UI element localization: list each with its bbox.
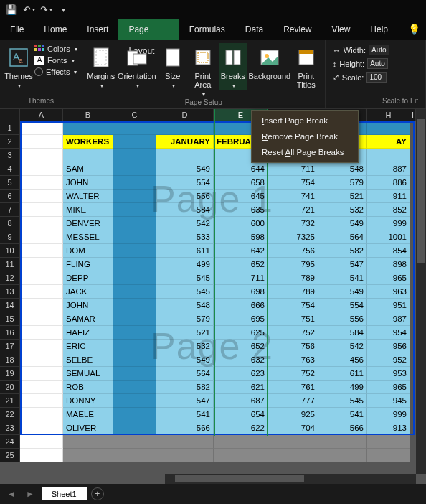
row-header-1[interactable]: 1 <box>0 121 20 135</box>
cell[interactable]: 582 <box>156 381 214 394</box>
cell[interactable]: JOHN <box>63 299 113 312</box>
cell[interactable] <box>113 353 156 367</box>
insert-page-break-item[interactable]: Insert Page Break <box>252 113 358 129</box>
horizontal-scrollbar[interactable] <box>165 474 416 484</box>
cell[interactable]: 584 <box>156 203 214 217</box>
cell[interactable] <box>113 421 156 435</box>
cell[interactable]: 652 <box>214 340 268 353</box>
cell[interactable] <box>20 244 63 258</box>
cell[interactable]: 913 <box>367 421 410 435</box>
fonts-button[interactable]: AFonts▾ <box>34 56 77 65</box>
cell[interactable]: 644 <box>214 162 268 176</box>
cell[interactable]: 542 <box>156 217 214 230</box>
cell[interactable]: 898 <box>367 258 410 271</box>
cell[interactable]: 963 <box>367 285 410 299</box>
cell[interactable] <box>113 190 156 203</box>
cell[interactable] <box>20 394 63 408</box>
cell[interactable] <box>113 435 156 449</box>
row-header-3[interactable]: 3 <box>0 149 20 162</box>
column-header-B[interactable]: B <box>63 109 113 121</box>
cell[interactable] <box>113 299 156 312</box>
cell[interactable] <box>367 435 410 449</box>
column-header-D[interactable]: D <box>156 109 214 121</box>
cell[interactable]: 566 <box>156 421 214 435</box>
cell[interactable]: 456 <box>318 353 367 367</box>
cell[interactable]: 777 <box>268 394 318 408</box>
cell[interactable] <box>268 449 318 462</box>
cell[interactable] <box>156 435 214 449</box>
row-header-13[interactable]: 13 <box>0 285 20 299</box>
cell[interactable] <box>20 312 63 326</box>
cell[interactable]: 698 <box>214 285 268 299</box>
cell[interactable]: SELBE <box>63 353 113 367</box>
cell[interactable]: 642 <box>214 244 268 258</box>
row-header-21[interactable]: 21 <box>0 394 20 408</box>
row-header-6[interactable]: 6 <box>0 190 20 203</box>
cell[interactable]: 911 <box>367 190 410 203</box>
cell[interactable] <box>20 435 63 449</box>
cell[interactable]: 953 <box>367 367 410 381</box>
cell[interactable]: SEMUAL <box>63 367 113 381</box>
margins-button[interactable]: Margins▾ <box>87 43 115 90</box>
size-button[interactable]: Size▾ <box>158 43 187 90</box>
cell[interactable] <box>20 367 63 381</box>
cell[interactable] <box>113 408 156 421</box>
cell[interactable] <box>367 121 410 135</box>
cell[interactable] <box>113 312 156 326</box>
cell[interactable] <box>20 299 63 312</box>
cell[interactable]: 956 <box>367 340 410 353</box>
cell[interactable]: 611 <box>156 244 214 258</box>
cell[interactable]: 632 <box>214 353 268 367</box>
cell[interactable]: MIKE <box>63 203 113 217</box>
cell[interactable]: 541 <box>318 408 367 421</box>
cell[interactable] <box>113 203 156 217</box>
cell[interactable] <box>63 121 113 135</box>
cell[interactable] <box>367 149 410 162</box>
cell-grid[interactable]: WORKERSJANUARYFEBRUARAYSAM54964471154888… <box>20 121 410 462</box>
scale-scale-row[interactable]: ⤢Scale:100 <box>333 72 389 83</box>
cell[interactable] <box>20 326 63 340</box>
tab-file[interactable]: File <box>0 19 34 40</box>
cell[interactable]: 945 <box>367 394 410 408</box>
reset-all-page-breaks-item[interactable]: Reset All Page Breaks <box>252 144 358 160</box>
cell[interactable]: 556 <box>156 190 214 203</box>
cell[interactable]: 545 <box>318 394 367 408</box>
row-header-17[interactable]: 17 <box>0 340 20 353</box>
cell[interactable] <box>20 258 63 271</box>
cell[interactable] <box>113 394 156 408</box>
cell[interactable]: 532 <box>156 340 214 353</box>
row-header-5[interactable]: 5 <box>0 176 20 190</box>
cell[interactable] <box>156 121 214 135</box>
cell[interactable]: JACK <box>63 285 113 299</box>
cell[interactable]: 789 <box>268 285 318 299</box>
cell[interactable]: 625 <box>214 326 268 340</box>
cell[interactable]: 695 <box>214 312 268 326</box>
cell[interactable] <box>20 285 63 299</box>
cell[interactable]: DENVER <box>63 217 113 230</box>
cell[interactable]: 542 <box>318 340 367 353</box>
cell[interactable]: 999 <box>367 408 410 421</box>
cell[interactable]: 548 <box>156 299 214 312</box>
cell[interactable]: 7325 <box>268 230 318 244</box>
row-header-12[interactable]: 12 <box>0 271 20 285</box>
cell[interactable]: 598 <box>214 230 268 244</box>
cell[interactable]: MAELE <box>63 408 113 421</box>
cell[interactable]: 611 <box>318 367 367 381</box>
cell[interactable]: 789 <box>268 271 318 285</box>
cell[interactable] <box>63 449 113 462</box>
cell[interactable] <box>20 149 63 162</box>
cell[interactable] <box>156 449 214 462</box>
cell[interactable]: 704 <box>268 421 318 435</box>
row-header-8[interactable]: 8 <box>0 217 20 230</box>
row-header-18[interactable]: 18 <box>0 353 20 367</box>
vertical-scrollbar[interactable] <box>416 109 426 474</box>
cell[interactable]: 1001 <box>367 230 410 244</box>
cell[interactable]: 499 <box>318 381 367 394</box>
cell[interactable]: 763 <box>268 353 318 367</box>
cell[interactable] <box>113 326 156 340</box>
themes-button[interactable]: Aa Themes▾ <box>4 43 33 90</box>
row-header-23[interactable]: 23 <box>0 421 20 435</box>
cell[interactable]: 999 <box>367 217 410 230</box>
cell[interactable]: 925 <box>268 408 318 421</box>
cell[interactable]: JANUARY <box>156 135 214 149</box>
